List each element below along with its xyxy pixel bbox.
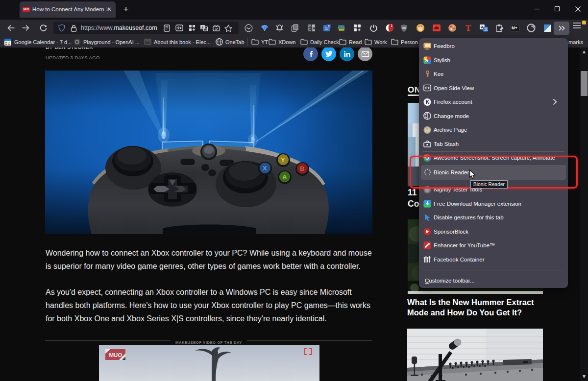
- svg-text:A: A: [282, 173, 287, 181]
- svg-text:S: S: [425, 57, 428, 63]
- svg-text:MUO: MUO: [109, 352, 122, 358]
- svg-text:1: 1: [391, 24, 393, 27]
- svg-text:M+: M+: [512, 26, 517, 30]
- svg-text:Y: Y: [281, 156, 285, 164]
- svg-text:文: 文: [204, 27, 208, 31]
- svg-text:K: K: [426, 99, 430, 105]
- svg-text:B: B: [300, 165, 304, 172]
- svg-text:UD: UD: [402, 26, 406, 29]
- svg-text:A: A: [201, 25, 204, 30]
- svg-text:A: A: [312, 26, 316, 31]
- svg-text:X: X: [263, 165, 267, 172]
- svg-text:文: 文: [484, 27, 488, 31]
- svg-text:0: 0: [328, 24, 330, 28]
